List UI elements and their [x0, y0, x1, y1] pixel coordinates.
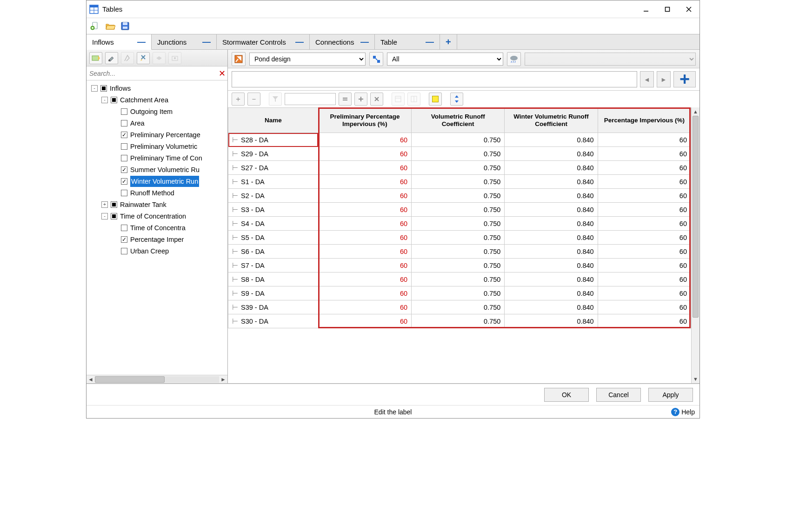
- cell-value[interactable]: 0.840: [505, 273, 598, 286]
- table-row[interactable]: ⊢ S8 - DA600.7500.84060: [228, 273, 691, 286]
- collapse-icon[interactable]: -: [101, 213, 108, 219]
- cell-value[interactable]: 60: [318, 231, 411, 245]
- tab-inflows[interactable]: Inflows —: [87, 34, 152, 50]
- tab-connections[interactable]: Connections —: [310, 34, 375, 49]
- scroll-up-icon[interactable]: ▲: [692, 107, 699, 116]
- cell-value[interactable]: 0.750: [412, 286, 505, 300]
- tree-item[interactable]: Percentage Imper: [87, 233, 227, 245]
- close-button[interactable]: [678, 0, 699, 18]
- column-header[interactable]: Name: [228, 108, 319, 133]
- cell-value[interactable]: 0.840: [505, 133, 598, 147]
- table-row[interactable]: ⊢ S4 - DA600.7500.84060: [228, 217, 691, 231]
- grid-collapse-button[interactable]: －: [247, 93, 260, 106]
- help-link[interactable]: ? Help: [671, 408, 695, 416]
- cell-value[interactable]: 0.840: [505, 245, 598, 259]
- cell-value[interactable]: 60: [598, 133, 691, 147]
- scroll-left-icon[interactable]: ◄: [87, 375, 95, 384]
- checkbox[interactable]: [121, 120, 127, 126]
- tab-close-icon[interactable]: —: [295, 38, 304, 46]
- column-header[interactable]: Winter Volumetric Runoff Coefficient: [505, 108, 598, 133]
- tab-close-icon[interactable]: —: [202, 38, 211, 46]
- tab-close-icon[interactable]: —: [137, 38, 146, 46]
- cell-value[interactable]: 0.840: [505, 259, 598, 273]
- grid-equals-button[interactable]: [339, 93, 352, 106]
- tab-table[interactable]: Table —: [375, 34, 440, 49]
- grid-filter-input[interactable]: [285, 93, 336, 105]
- cell-value[interactable]: 60: [598, 189, 691, 203]
- cell-value[interactable]: 0.840: [505, 314, 598, 328]
- cell-value[interactable]: 60: [598, 314, 691, 328]
- cell-value[interactable]: 60: [598, 273, 691, 286]
- cell-name[interactable]: ⊢ S30 - DA: [228, 314, 319, 328]
- table-row[interactable]: ⊢ S30 - DA600.7500.84060: [228, 314, 691, 328]
- checkbox[interactable]: [121, 248, 127, 254]
- ok-button[interactable]: OK: [544, 388, 589, 402]
- grid-delete-button[interactable]: [370, 93, 383, 106]
- sidebar-tool-4[interactable]: [137, 52, 150, 64]
- cell-value[interactable]: 60: [598, 161, 691, 175]
- cell-name[interactable]: ⊢ S7 - DA: [228, 259, 319, 273]
- cell-value[interactable]: 0.840: [505, 147, 598, 161]
- table-row[interactable]: ⊢ S9 - DA600.7500.84060: [228, 286, 691, 300]
- formula-input[interactable]: [232, 71, 637, 87]
- cell-value[interactable]: 60: [318, 273, 411, 286]
- cell-name[interactable]: ⊢ S39 - DA: [228, 300, 319, 314]
- column-header[interactable]: Preliminary Percentage Impervious (%): [318, 108, 411, 133]
- cell-name[interactable]: ⊢ S6 - DA: [228, 245, 319, 259]
- tree-item[interactable]: Urban Creep: [87, 245, 227, 257]
- cell-name[interactable]: ⊢ S5 - DA: [228, 231, 319, 245]
- checkbox[interactable]: [121, 236, 127, 243]
- search-clear-icon[interactable]: ✕: [216, 68, 227, 79]
- cell-value[interactable]: 0.750: [412, 175, 505, 189]
- tree-item[interactable]: Preliminary Volumetric: [87, 140, 227, 152]
- cell-value[interactable]: 0.750: [412, 217, 505, 231]
- grid-table2-button[interactable]: [407, 93, 420, 106]
- tab-junctions[interactable]: Junctions —: [152, 34, 217, 49]
- cell-value[interactable]: 0.750: [412, 133, 505, 147]
- sidebar-tool-1[interactable]: [89, 52, 102, 64]
- table-row[interactable]: ⊢ S3 - DA600.7500.84060: [228, 203, 691, 217]
- cell-value[interactable]: 0.840: [505, 161, 598, 175]
- checkbox[interactable]: [121, 166, 127, 173]
- collapse-icon[interactable]: -: [101, 97, 108, 103]
- table-row[interactable]: ⊢ S39 - DA600.7500.84060: [228, 300, 691, 314]
- cell-value[interactable]: 0.750: [412, 300, 505, 314]
- tree-item[interactable]: Preliminary Time of Con: [87, 152, 227, 164]
- tree-item[interactable]: Area: [87, 117, 227, 129]
- cell-value[interactable]: 0.750: [412, 161, 505, 175]
- tree-item[interactable]: Preliminary Percentage: [87, 129, 227, 140]
- table-row[interactable]: ⊢ S2 - DA600.7500.84060: [228, 189, 691, 203]
- column-header[interactable]: Volumetric Runoff Coefficient: [412, 108, 505, 133]
- cell-value[interactable]: 60: [598, 231, 691, 245]
- tree-item[interactable]: -Inflows: [87, 82, 227, 94]
- cell-value[interactable]: 60: [318, 175, 411, 189]
- table-row[interactable]: ⊢ S6 - DA600.7500.84060: [228, 245, 691, 259]
- checkbox[interactable]: [121, 108, 127, 115]
- cancel-button[interactable]: Cancel: [596, 388, 641, 402]
- cell-value[interactable]: 0.750: [412, 147, 505, 161]
- cell-value[interactable]: 0.750: [412, 273, 505, 286]
- cell-value[interactable]: 60: [598, 259, 691, 273]
- filter-dropdown[interactable]: All: [387, 53, 503, 66]
- checkbox[interactable]: [121, 225, 127, 231]
- grid-table1-button[interactable]: [392, 93, 405, 106]
- table-row[interactable]: ⊢ S27 - DA600.7500.84060: [228, 161, 691, 175]
- cell-value[interactable]: 60: [598, 300, 691, 314]
- cell-value[interactable]: 60: [598, 203, 691, 217]
- sidebar-hscrollbar[interactable]: ◄ ►: [87, 375, 227, 383]
- plan-picker-button[interactable]: [232, 52, 246, 66]
- grid-expand-button[interactable]: ＋: [232, 93, 245, 106]
- grid-plus-button[interactable]: [354, 93, 367, 106]
- expand-icon[interactable]: +: [101, 201, 108, 208]
- cell-name[interactable]: ⊢ S29 - DA: [228, 147, 319, 161]
- cell-name[interactable]: ⊢ S27 - DA: [228, 161, 319, 175]
- cell-value[interactable]: 60: [318, 286, 411, 300]
- cell-value[interactable]: 60: [318, 203, 411, 217]
- cell-value[interactable]: 0.840: [505, 175, 598, 189]
- plan-dropdown[interactable]: Pond design: [249, 53, 366, 66]
- prev-button[interactable]: ◄: [640, 71, 654, 87]
- grid-vscrollbar[interactable]: ▲ ▼: [691, 107, 699, 383]
- cell-value[interactable]: 60: [318, 161, 411, 175]
- checkbox[interactable]: [111, 201, 117, 208]
- table-row[interactable]: ⊢ S29 - DA600.7500.84060: [228, 147, 691, 161]
